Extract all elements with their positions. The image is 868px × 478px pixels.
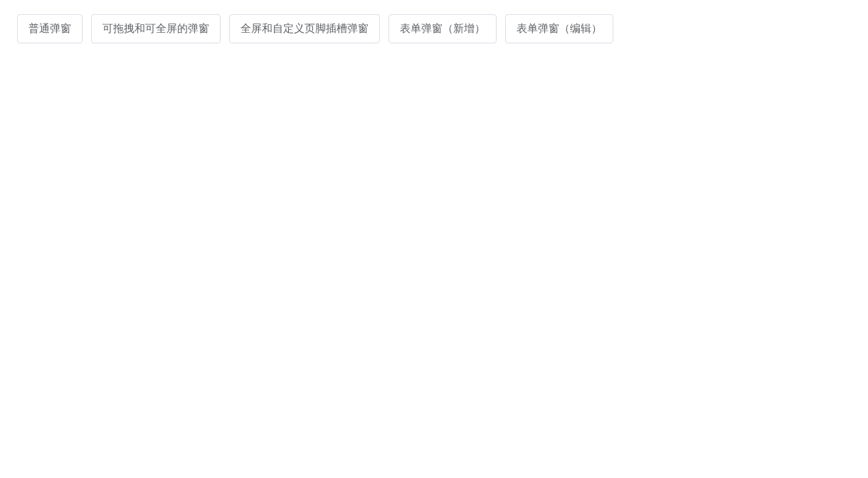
form-dialog-edit-button[interactable]: 表单弹窗（编辑）: [505, 14, 613, 43]
fullscreen-custom-footer-dialog-button[interactable]: 全屏和自定义页脚插槽弹窗: [229, 14, 380, 43]
button-row: 普通弹窗 可拖拽和可全屏的弹窗 全屏和自定义页脚插槽弹窗 表单弹窗（新增） 表单…: [17, 14, 851, 43]
normal-dialog-button[interactable]: 普通弹窗: [17, 14, 83, 43]
draggable-fullscreen-dialog-button[interactable]: 可拖拽和可全屏的弹窗: [91, 14, 221, 43]
form-dialog-add-button[interactable]: 表单弹窗（新增）: [388, 14, 497, 43]
